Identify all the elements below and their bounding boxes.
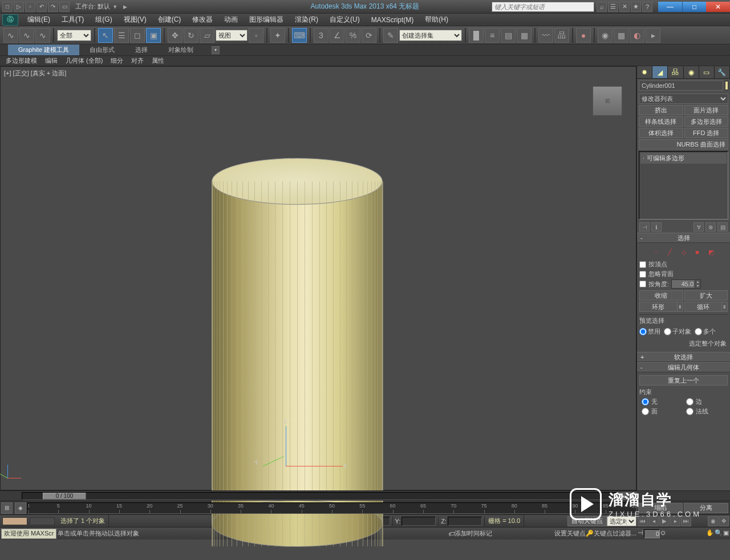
preview-disable-radio[interactable] bbox=[639, 328, 647, 335]
mod-btn-nurbs[interactable]: NURBS 曲面选择 bbox=[639, 139, 728, 149]
maximize-button[interactable]: □ bbox=[682, 2, 706, 12]
repeat-last-button[interactable]: 重复上一个 bbox=[639, 375, 728, 385]
mod-btn-splinesel[interactable]: 样条线选择 bbox=[639, 116, 683, 127]
rollup-selection[interactable]: -选择 bbox=[637, 233, 730, 243]
modifier-list-dropdown[interactable]: 修改器列表 bbox=[639, 94, 728, 104]
render-button[interactable]: ◐ bbox=[630, 28, 644, 43]
manipulate-button[interactable]: ✦ bbox=[270, 28, 285, 43]
scale-tool-button[interactable]: ▱ bbox=[200, 28, 214, 43]
display-tab-icon[interactable]: ▭ bbox=[699, 66, 715, 78]
snap-toggle-button[interactable]: 3 bbox=[314, 28, 328, 43]
rollup-soft-selection[interactable]: +软选择 bbox=[637, 352, 730, 362]
time-config-icon[interactable]: ⊙ bbox=[660, 529, 666, 538]
edge-subobj-icon[interactable]: ╱ bbox=[664, 247, 676, 257]
ignore-backface-checkbox[interactable] bbox=[639, 271, 646, 278]
percent-snap-button[interactable]: % bbox=[346, 28, 360, 43]
app-menu-button[interactable]: Ⓖ bbox=[2, 14, 18, 26]
setkey-button[interactable]: 设置关键点 bbox=[554, 529, 586, 538]
trackbar-config-icon[interactable]: ⊞ bbox=[1, 502, 13, 514]
tab-object-paint[interactable]: 对象绘制 bbox=[158, 44, 204, 55]
selection-filter-dropdown[interactable]: 全部 bbox=[57, 30, 91, 41]
panel-properties[interactable]: 属性 bbox=[148, 56, 168, 65]
border-subobj-icon[interactable]: ◇ bbox=[678, 247, 690, 257]
align-button[interactable]: ≡ bbox=[485, 28, 500, 43]
pivot-button[interactable]: ◦ bbox=[249, 28, 263, 43]
ring-button[interactable]: 环形⇕ bbox=[639, 302, 683, 312]
menu-create[interactable]: 创建(C) bbox=[152, 15, 187, 25]
show-end-result-icon[interactable]: ℹ bbox=[651, 222, 662, 232]
edit-named-sel-button[interactable]: ✎ bbox=[383, 28, 398, 43]
refcoord-dropdown[interactable]: 视图 bbox=[216, 30, 248, 41]
redo-icon[interactable]: ↷ bbox=[48, 2, 58, 12]
viewport-label[interactable]: [+] [正交] [真实 + 边面] bbox=[4, 69, 66, 78]
menu-animation[interactable]: 动画 bbox=[218, 15, 244, 25]
current-frame-field[interactable] bbox=[644, 529, 660, 538]
menu-modifiers[interactable]: 修改器 bbox=[186, 15, 218, 25]
panel-edit[interactable]: 编辑 bbox=[42, 56, 61, 65]
menu-view[interactable]: 视图(V) bbox=[118, 15, 152, 25]
configure-sets-icon[interactable]: ▤ bbox=[717, 222, 728, 232]
panel-poly-model[interactable]: 多边形建模 bbox=[2, 56, 40, 65]
isolate-icon[interactable]: ◉ bbox=[708, 516, 718, 526]
menu-tools[interactable]: 工具(T) bbox=[56, 15, 90, 25]
trackbar-ruler[interactable]: 0510152025303540455055606570758085909510… bbox=[27, 502, 636, 514]
constraint-face-radio[interactable] bbox=[642, 408, 649, 415]
motion-tab-icon[interactable]: ◉ bbox=[684, 66, 699, 78]
chevron-right-icon[interactable]: ▶ bbox=[123, 4, 127, 10]
rollup-edit-geometry[interactable]: -编辑几何体 bbox=[637, 362, 730, 372]
spinner-snap-button[interactable]: ⟳ bbox=[362, 28, 376, 43]
binoculars-icon[interactable]: ⌕ bbox=[597, 2, 607, 12]
layer-button[interactable]: ▤ bbox=[501, 28, 516, 43]
stack-item-epoly[interactable]: 可编辑多边形 bbox=[640, 153, 727, 164]
grow-button[interactable]: 扩大 bbox=[684, 290, 728, 301]
favorite-icon[interactable]: ★ bbox=[631, 2, 641, 12]
menu-maxscript[interactable]: MAXScript(M) bbox=[366, 16, 420, 24]
ribbon-toggle-button[interactable]: ▦ bbox=[517, 28, 532, 43]
mod-btn-extrude[interactable]: 挤出 bbox=[639, 105, 683, 115]
mod-btn-patchsel[interactable]: 面片选择 bbox=[684, 105, 729, 115]
add-time-tag-label[interactable]: 添加时间标记 bbox=[455, 529, 492, 538]
select-region-button[interactable]: ◻ bbox=[130, 28, 145, 43]
modify-tab-icon[interactable]: ◢ bbox=[652, 66, 668, 78]
render-frame-button[interactable]: ▦ bbox=[614, 28, 628, 43]
maximize-viewport-icon[interactable]: ▣ bbox=[723, 529, 729, 538]
prev-key-icon[interactable]: ⊣ bbox=[638, 529, 643, 538]
mod-btn-volsel[interactable]: 体积选择 bbox=[639, 128, 683, 138]
mod-btn-polysel[interactable]: 多边形选择 bbox=[684, 116, 729, 127]
by-vertex-checkbox[interactable] bbox=[639, 261, 646, 268]
selection-lock-icon[interactable]: ✥ bbox=[719, 516, 729, 526]
pin-stack-icon[interactable]: ⊣ bbox=[639, 222, 650, 232]
create-tab-icon[interactable]: ✹ bbox=[637, 66, 652, 78]
by-angle-checkbox[interactable] bbox=[639, 281, 646, 287]
coord-z-field[interactable] bbox=[448, 517, 482, 526]
search-input[interactable] bbox=[492, 2, 594, 12]
bind-icon[interactable]: ∿ bbox=[35, 28, 50, 43]
render-last-button[interactable]: ▸ bbox=[646, 28, 660, 43]
mirror-button[interactable]: ▐▌ bbox=[469, 28, 484, 43]
cylinder-object[interactable] bbox=[206, 158, 388, 546]
constraint-none-radio[interactable] bbox=[642, 398, 649, 405]
object-name-field[interactable] bbox=[639, 80, 723, 91]
menu-graph-editors[interactable]: 图形编辑器 bbox=[244, 15, 289, 25]
welcome-script-label[interactable]: 欢迎使用 MAXScr bbox=[1, 529, 56, 539]
time-slider-thumb[interactable]: 0 / 100 bbox=[43, 493, 86, 500]
viewcube[interactable]: 前 bbox=[593, 86, 622, 116]
preview-subobj-radio[interactable] bbox=[664, 328, 671, 335]
menu-render[interactable]: 渲染(R) bbox=[289, 15, 324, 25]
tab-graphite[interactable]: Graphite 建模工具 bbox=[8, 44, 79, 55]
curve-editor-button[interactable]: 〰 bbox=[538, 28, 553, 43]
vertex-subobj-icon[interactable]: ∴ bbox=[651, 247, 662, 257]
tab-select[interactable]: 选择 bbox=[125, 44, 158, 55]
key-filters-button[interactable]: 关键点过滤器... bbox=[594, 529, 636, 538]
utilities-tab-icon[interactable]: 🔧 bbox=[715, 66, 730, 78]
make-unique-icon[interactable]: ∀ bbox=[694, 222, 704, 232]
material-editor-button[interactable]: ● bbox=[576, 28, 591, 43]
element-subobj-icon[interactable]: ◩ bbox=[705, 247, 717, 257]
shrink-button[interactable]: 收缩 bbox=[639, 290, 683, 301]
move-tool-button[interactable]: ✥ bbox=[168, 28, 182, 43]
polygon-subobj-icon[interactable]: ■ bbox=[692, 247, 703, 257]
named-selection-dropdown[interactable]: 创建选择集 bbox=[399, 30, 462, 41]
remove-mod-icon[interactable]: ⊗ bbox=[705, 222, 716, 232]
menu-group[interactable]: 组(G) bbox=[90, 15, 117, 25]
constraint-edge-radio[interactable] bbox=[686, 398, 694, 405]
